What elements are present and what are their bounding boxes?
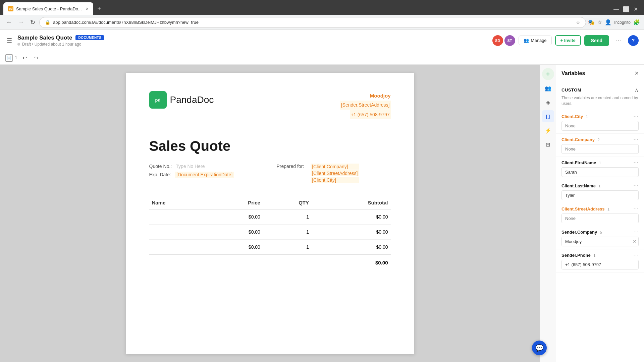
avatar-st: ST [504, 35, 515, 46]
manage-people-icon: 👥 [524, 38, 529, 43]
doc-title-area: Sample Sales Quote DOCUMENTS Draft • Upd… [17, 35, 488, 47]
header-actions: SD ST 👥 Manage + Invite Send ⋯ ? [492, 35, 639, 46]
row1-qty: 1 [263, 209, 312, 225]
page-num: 1 [15, 55, 17, 60]
browser-extension-icons: 🎭 ☆ 👤 Incognito 🧩 [588, 19, 640, 25]
variables-content: CUSTOM ∧ These variables are created and… [556, 82, 644, 362]
total-value: $0.00 [312, 255, 390, 270]
browser-chrome: pd Sample Sales Quote - PandaDo... × + —… [0, 0, 644, 15]
bookmark-icon[interactable]: ☆ [576, 20, 580, 25]
sender-company-count: 5 [600, 230, 602, 234]
send-button[interactable]: Send [584, 35, 609, 46]
row3-subtotal: $0.00 [312, 239, 390, 255]
workflow-sidebar-button[interactable]: ⚡ [542, 124, 554, 136]
address-lock-icon: 🔒 [45, 20, 50, 25]
row2-subtotal: $0.00 [312, 224, 390, 239]
browser-tab[interactable]: pd Sample Sales Quote - PandaDo... × [3, 2, 93, 15]
sender-company-input[interactable] [561, 237, 639, 246]
browser-toolbar: ← → ↻ 🔒 app.pandadoc.com/a/#/documents/7… [0, 15, 644, 30]
nav-back-button[interactable]: ← [4, 17, 14, 27]
variable-item-client-lastname: Client.LastName 1 ⋯ [556, 180, 644, 203]
client-lastname-var-name: Client.LastName [561, 183, 596, 188]
doc-title-row: Sample Sales Quote DOCUMENTS [17, 35, 488, 41]
row2-price: $0.00 [208, 224, 263, 239]
close-tab-icon[interactable]: × [86, 6, 89, 11]
variable-item-client-streetaddress: Client.StreetAddress 1 ⋯ [556, 203, 644, 226]
sender-address-text: [Sender.StreetAddress] [340, 101, 391, 110]
pandadoc-logo: pd PandaDoc [149, 91, 214, 109]
status-text: Draft • Updated about 1 hour ago [22, 42, 81, 47]
avatar-sd: SD [492, 35, 503, 46]
icon-sidebar: + 👥 ◈ [ ] ⚡ ⊞ [540, 65, 556, 362]
minimize-icon[interactable]: — [613, 6, 619, 12]
custom-section-header: CUSTOM ∧ [556, 82, 644, 94]
close-window-icon[interactable]: ✕ [634, 6, 638, 12]
sender-company-text: Moodjoy [340, 91, 391, 100]
undo-button[interactable]: ↩ [20, 54, 29, 62]
doc-status: Draft • Updated about 1 hour ago [17, 42, 488, 47]
grid-sidebar-button[interactable]: ⊞ [542, 138, 554, 150]
client-city-var: [Client.City] [311, 177, 359, 183]
quote-meta: Quote No.: Type No Here Exp. Date: [Docu… [149, 164, 391, 183]
variables-sidebar-button[interactable]: [ ] [542, 110, 554, 122]
sender-company-clear-button[interactable]: ✕ [633, 239, 637, 244]
sender-phone-input[interactable] [561, 260, 639, 269]
sender-phone-count: 1 [593, 253, 595, 257]
hamburger-button[interactable]: ☰ [5, 36, 13, 46]
app-header: ☰ Sample Sales Quote DOCUMENTS Draft • U… [0, 30, 644, 51]
client-firstname-input[interactable] [561, 167, 639, 177]
profile-circle-icon[interactable]: 👤 [605, 19, 611, 25]
client-city-more-button[interactable]: ⋯ [633, 114, 639, 119]
variables-close-button[interactable]: × [635, 69, 639, 77]
client-lastname-more-button[interactable]: ⋯ [633, 183, 639, 188]
client-firstname-more-button[interactable]: ⋯ [633, 160, 639, 165]
custom-section-toggle[interactable]: ∧ [635, 87, 639, 93]
variables-title: Variables [561, 70, 585, 76]
client-lastname-input[interactable] [561, 190, 639, 200]
doc-toolbar: 📄 1 ↩ ↪ [0, 51, 644, 65]
tab-title: Sample Sales Quote - PandaDo... [16, 6, 82, 11]
chat-bubble[interactable]: 💬 [532, 341, 547, 355]
variable-item-sender-phone: Sender.Phone 1 ⋯ [556, 249, 644, 273]
row2-qty: 1 [263, 224, 312, 239]
add-element-button[interactable]: + [542, 68, 554, 80]
profile-extension-icon[interactable]: 🎭 [588, 19, 595, 25]
sender-phone-text: +1 (657) 508-9797 [350, 110, 391, 119]
variables-panel: Variables × CUSTOM ∧ These variables are… [556, 65, 644, 362]
sender-phone-more-button[interactable]: ⋯ [633, 252, 639, 258]
variable-item-client-firstname: Client.FirstName 1 ⋯ [556, 157, 644, 180]
extension-icon[interactable]: 🧩 [633, 19, 640, 25]
client-streetaddress-input[interactable] [561, 214, 639, 223]
client-company-count: 2 [597, 138, 599, 142]
nav-forward-button[interactable]: → [16, 17, 26, 27]
manage-button[interactable]: 👥 Manage [519, 36, 552, 45]
prepared-for-label: Prepared for: [277, 164, 304, 169]
table-row: $0.00 1 $0.00 [149, 224, 391, 239]
help-button[interactable]: ? [628, 35, 639, 46]
shapes-sidebar-button[interactable]: ◈ [542, 96, 554, 108]
address-bar[interactable]: 🔒 app.pandadoc.com/a/#/documents/7nX98nB… [39, 17, 586, 28]
client-firstname-var-name: Client.FirstName [561, 160, 596, 165]
maximize-icon[interactable]: ⬜ [623, 6, 630, 12]
client-streetaddress-more-button[interactable]: ⋯ [633, 206, 639, 212]
sender-company-more-button[interactable]: ⋯ [633, 229, 639, 235]
redo-button[interactable]: ↪ [32, 54, 41, 62]
status-dot [17, 43, 20, 46]
custom-section-title: CUSTOM [561, 87, 581, 93]
client-company-input[interactable] [561, 144, 639, 154]
client-city-input[interactable] [561, 121, 639, 131]
client-company-more-button[interactable]: ⋯ [633, 137, 639, 142]
tab-add-button[interactable]: + [94, 3, 105, 14]
row1-subtotal: $0.00 [312, 209, 390, 225]
nav-refresh-button[interactable]: ↻ [28, 17, 37, 27]
more-options-button[interactable]: ⋯ [612, 35, 625, 46]
invite-button[interactable]: + Invite [555, 35, 581, 46]
people-sidebar-button[interactable]: 👥 [542, 82, 554, 94]
doc-canvas[interactable]: pd PandaDoc Moodjoy [Sender.StreetAddres… [0, 65, 540, 362]
row1-price: $0.00 [208, 209, 263, 225]
bookmark-star-icon[interactable]: ☆ [597, 19, 602, 25]
col-qty-header: QTY [263, 196, 312, 209]
row3-qty: 1 [263, 239, 312, 255]
table-row: $0.00 1 $0.00 [149, 239, 391, 255]
client-streetaddress-var-name: Client.StreetAddress [561, 206, 605, 212]
